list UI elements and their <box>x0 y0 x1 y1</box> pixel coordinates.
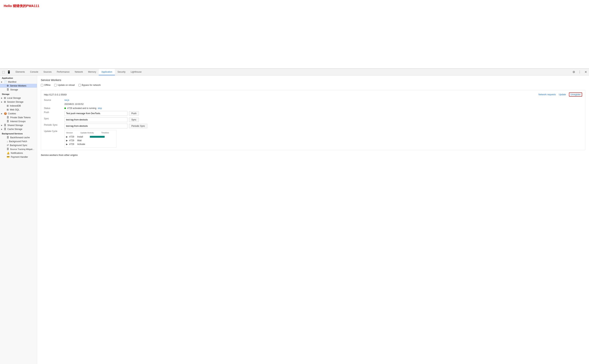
push-button[interactable]: Push <box>129 111 139 116</box>
update-on-reload-checkbox[interactable] <box>54 84 57 86</box>
sidebar-item-storage-main[interactable]: 🗄 Storage <box>0 88 37 91</box>
update-cycle-value: Version Update Activity Timeline ▶ #729 … <box>64 130 582 148</box>
source-label: Source <box>44 99 64 101</box>
tab-console[interactable]: Console <box>27 69 41 75</box>
sidebar-item-cache-storage[interactable]: ▶ 🗄 Cache Storage <box>0 127 37 131</box>
tab-network[interactable]: Network <box>72 69 86 75</box>
push-input-row: Push <box>64 111 582 116</box>
status-value: #729 activated and is running stop <box>64 107 582 110</box>
push-label: Push <box>44 111 64 116</box>
tab-elements[interactable]: Elements <box>13 69 27 75</box>
sidebar-item-indexeddb[interactable]: ⊞ IndexedDB <box>0 104 37 108</box>
web-sql-icon: ⊞ <box>7 108 9 111</box>
other-origins-text: Service workers from other origins <box>41 154 78 156</box>
expand-arrow-local-storage: ▶ <box>1 97 2 99</box>
background-fetch-label: Background Fetch <box>9 140 27 143</box>
update-on-reload-option[interactable]: Update on reload <box>54 84 75 86</box>
devtools-panel: ⬚ 📱 ElementsConsoleSourcesPerformanceNet… <box>0 69 589 364</box>
periodic-sync-button[interactable]: Periodic Sync <box>129 124 147 128</box>
tab-memory[interactable]: Memory <box>86 69 99 75</box>
uc-version-wait: #729 <box>69 139 76 142</box>
update-link[interactable]: Update <box>559 93 566 96</box>
stop-link[interactable]: stop <box>98 107 102 110</box>
sidebar-item-bounce-tracking[interactable]: 🗄 Bounce Tracking Mitigations <box>0 147 37 151</box>
uc-expand-activate[interactable]: ▶ <box>66 143 68 145</box>
update-cycle-table: Version Update Activity Timeline ▶ #729 … <box>64 130 116 148</box>
sidebar-item-session-storage[interactable]: ▶ ⊞ Session Storage <box>0 100 37 104</box>
session-storage-label: Session Storage <box>7 101 23 103</box>
expand-arrow-shared-storage: ▶ <box>1 124 2 126</box>
tab-lighthouse[interactable]: Lighthouse <box>128 69 144 75</box>
indexeddb-label: IndexedDB <box>10 104 21 107</box>
sidebar-item-notifications[interactable]: 🔔 Notifications <box>0 151 37 155</box>
periodic-sync-input[interactable] <box>64 124 127 129</box>
close-devtools-button[interactable]: ✕ <box>583 70 588 75</box>
device-toolbar-button[interactable]: 📱 <box>6 70 12 75</box>
sync-button[interactable]: Sync <box>129 117 139 122</box>
bypass-for-network-option[interactable]: Bypass for network <box>79 84 101 86</box>
sw-url: http://127.0.0.1:5500/ <box>44 93 67 96</box>
payment-handler-label: Payment Handler <box>11 156 28 158</box>
uc-row-activate: ▶ #729 Activate <box>66 142 115 146</box>
sidebar-item-manifest[interactable]: ▶ 📄 Manifest <box>0 80 37 84</box>
options-row: Offline Update on reload Bypass for netw… <box>41 84 585 86</box>
shared-storage-label: Shared Storage <box>7 124 23 127</box>
indexeddb-icon: ⊞ <box>7 104 9 107</box>
tab-application[interactable]: Application <box>99 69 115 75</box>
tab-performance[interactable]: Performance <box>54 69 72 75</box>
sidebar-item-back-forward-cache[interactable]: 🗄 Back/forward cache <box>0 136 37 139</box>
source-value: sw.js <box>64 99 582 101</box>
sidebar-item-cookies[interactable]: ▶ 🍪 Cookies <box>0 111 37 116</box>
service-workers-label: Service Workers <box>10 84 26 87</box>
sidebar-item-web-sql[interactable]: ⊞ Web SQL <box>0 108 37 111</box>
uc-col-timeline: Timeline <box>101 132 109 134</box>
sidebar-item-interest-groups[interactable]: 🗄 Interest Groups <box>0 119 37 123</box>
uc-expand-install[interactable]: ▶ <box>66 136 68 138</box>
tabs-bar-right: ⚙ ⋮ ✕ <box>571 70 588 75</box>
network-requests-link[interactable]: Network requests <box>539 93 556 96</box>
expand-arrow-cookies: ▶ <box>1 113 2 115</box>
tabs-bar: ⬚ 📱 ElementsConsoleSourcesPerformanceNet… <box>0 69 589 75</box>
sidebar-item-service-workers[interactable]: ⚙ Service Workers <box>0 84 37 88</box>
sidebar-item-private-state-tokens[interactable]: 🗄 Private State Tokens <box>0 116 37 119</box>
background-sync-icon: ↺ <box>7 144 9 147</box>
sidebar-item-background-sync[interactable]: ↺ Background Sync <box>0 143 37 147</box>
local-storage-label: Local Storage <box>7 97 21 99</box>
status-label: Status <box>44 107 64 110</box>
settings-button[interactable]: ⚙ <box>571 70 576 75</box>
tab-security[interactable]: Security <box>115 69 128 75</box>
cookies-icon: 🍪 <box>4 112 7 115</box>
update-cycle-label: Update Cycle <box>44 130 64 148</box>
sidebar-item-shared-storage[interactable]: ▶ 🗄 Shared Storage <box>0 123 37 127</box>
cookies-label: Cookies <box>8 112 16 115</box>
local-storage-icon: ⊞ <box>4 97 6 99</box>
inspect-element-button[interactable]: ⬚ <box>1 70 6 75</box>
back-forward-cache-icon: 🗄 <box>7 136 9 139</box>
unregister-link[interactable]: Unregister <box>569 92 582 97</box>
tab-sources[interactable]: Sources <box>41 69 54 75</box>
periodic-sync-input-row: Periodic Sync <box>64 124 582 129</box>
offline-option[interactable]: Offline <box>41 84 50 86</box>
sidebar-item-local-storage[interactable]: ▶ ⊞ Local Storage <box>0 96 37 100</box>
status-dot <box>64 108 66 109</box>
sync-input[interactable] <box>64 117 127 122</box>
uc-col-activity: Update Activity <box>80 132 94 134</box>
more-options-button[interactable]: ⋮ <box>577 70 582 75</box>
sw-js-link[interactable]: sw.js <box>64 99 69 101</box>
sidebar-item-payment-handler[interactable]: 💳 Payment Handler <box>0 155 37 159</box>
offline-checkbox[interactable] <box>41 84 43 86</box>
push-value: Push <box>64 111 582 116</box>
service-workers-icon: ⚙ <box>7 84 9 87</box>
private-state-tokens-icon: 🗄 <box>7 116 9 119</box>
bounce-tracking-icon: 🗄 <box>7 148 9 150</box>
sidebar: Application ▶ 📄 Manifest ⚙ Service Worke… <box>0 75 37 364</box>
sidebar-item-background-fetch[interactable]: ↓ Background Fetch <box>0 139 37 143</box>
bypass-for-network-label: Bypass for network <box>82 84 101 86</box>
bypass-for-network-checkbox[interactable] <box>79 84 81 86</box>
uc-header: Version Update Activity Timeline <box>66 132 115 134</box>
uc-activity-activate: Activate <box>77 143 88 145</box>
uc-expand-wait[interactable]: ▶ <box>66 139 68 142</box>
push-input[interactable] <box>64 111 127 116</box>
received-value: 2023/8/21 10:03:52 <box>64 103 582 105</box>
uc-col-version: Version <box>66 132 73 134</box>
